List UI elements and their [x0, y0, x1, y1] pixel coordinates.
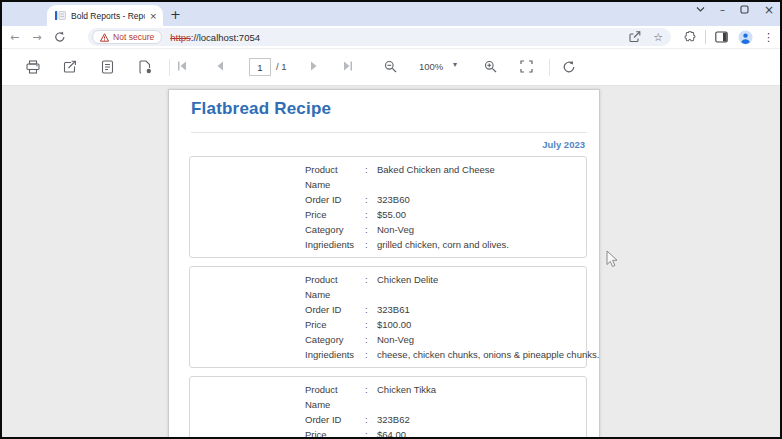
- window-close-icon[interactable]: ×: [764, 5, 774, 15]
- field-colon: :: [365, 192, 377, 207]
- next-page-button[interactable]: [309, 60, 319, 72]
- field-value: Non-Veg: [377, 332, 414, 347]
- field-value: $100.00: [377, 317, 411, 332]
- zoom-dropdown-caret-icon[interactable]: ▾: [453, 60, 457, 69]
- page-number-input[interactable]: 1: [249, 58, 271, 76]
- field-colon: :: [365, 302, 377, 317]
- report-page: Flatbread Recipe July 2023 Product Name:…: [168, 89, 600, 437]
- product-card: Product Name:Baked Chicken and Cheese Or…: [189, 156, 587, 258]
- address-bar[interactable]: Not secure https://localhost:7054 ☆: [88, 28, 671, 46]
- field-label: Product Name: [305, 382, 365, 412]
- window-controls: – ×: [696, 4, 774, 15]
- field-value: grilled chicken, corn and olives.: [377, 237, 509, 252]
- product-card: Product Name:Chicken Tikka Order ID:323B…: [189, 376, 587, 437]
- zoom-in-button[interactable]: [484, 60, 497, 73]
- field-label: Product Name: [305, 272, 365, 302]
- field-value: $55.00: [377, 207, 406, 222]
- mouse-cursor: [606, 250, 619, 268]
- field-value: 323B60: [377, 192, 410, 207]
- title-divider: [191, 132, 587, 133]
- site-security-chip[interactable]: Not secure: [92, 30, 162, 44]
- first-page-button[interactable]: [176, 60, 188, 72]
- extensions-icon[interactable]: [683, 31, 696, 44]
- report-canvas: Flatbread Recipe July 2023 Product Name:…: [2, 86, 780, 437]
- field-label: Price: [305, 207, 365, 222]
- field-label: Ingriedients: [305, 237, 365, 252]
- window-restore-icon[interactable]: [740, 5, 749, 14]
- bold-reports-favicon: [55, 10, 66, 21]
- field-label: Order ID: [305, 192, 365, 207]
- browser-window: Bold Reports - Report Viewer × + – × ← →: [0, 0, 782, 439]
- field-label: Ingriedients: [305, 347, 365, 362]
- field-colon: :: [365, 317, 377, 332]
- fit-to-page-button[interactable]: [520, 60, 533, 73]
- product-card: Product Name:Chicken Delite Order ID:323…: [189, 266, 587, 368]
- url-text: https://localhost:7054: [170, 32, 260, 43]
- field-value: 323B62: [377, 412, 410, 427]
- field-value: 323B61: [377, 302, 410, 317]
- field-label: Product Name: [305, 162, 365, 192]
- page-setup-button[interactable]: [138, 60, 152, 74]
- field-value: Baked Chicken and Cheese: [377, 162, 495, 192]
- url-protocol: https: [170, 32, 191, 43]
- zoom-out-button[interactable]: [384, 60, 397, 73]
- reload-icon[interactable]: [54, 31, 66, 43]
- forward-icon[interactable]: →: [32, 31, 41, 44]
- tab-title: Bold Reports - Report Viewer: [71, 11, 145, 21]
- field-value: Chicken Delite: [377, 272, 438, 302]
- browser-toolbar: ← → Not secure https://localhost:7054: [2, 26, 780, 49]
- page-total-label: / 1: [276, 61, 287, 72]
- field-label: Order ID: [305, 412, 365, 427]
- share-icon[interactable]: [629, 31, 641, 43]
- zoom-level-value[interactable]: 100%: [419, 61, 443, 72]
- menu-dots-icon[interactable]: ⋮: [763, 31, 774, 44]
- previous-page-button[interactable]: [215, 60, 225, 72]
- report-viewer-toolbar: 1 / 1 100% ▾: [2, 49, 780, 86]
- chrome-actions: ⋮: [683, 30, 780, 45]
- tab-close-icon[interactable]: ×: [149, 11, 157, 21]
- field-colon: :: [365, 427, 377, 437]
- field-value: Non-Veg: [377, 222, 414, 237]
- window-minimize-icon[interactable]: –: [720, 5, 725, 15]
- report-title: Flatbread Recipe: [191, 99, 599, 119]
- field-label: Price: [305, 427, 365, 437]
- side-panel-icon[interactable]: [715, 31, 728, 43]
- field-value: Chicken Tikka: [377, 382, 436, 412]
- field-value: $64.00: [377, 427, 406, 437]
- field-label: Category: [305, 222, 365, 237]
- field-colon: :: [365, 332, 377, 347]
- last-page-button[interactable]: [342, 60, 354, 72]
- field-colon: :: [365, 272, 377, 302]
- new-tab-button[interactable]: +: [170, 6, 181, 23]
- toolbar-separator: [705, 30, 706, 44]
- field-colon: :: [365, 237, 377, 252]
- browser-tab[interactable]: Bold Reports - Report Viewer ×: [47, 5, 163, 26]
- not-secure-label: Not secure: [113, 32, 154, 42]
- field-colon: :: [365, 382, 377, 412]
- toolbar-separator: [169, 59, 170, 76]
- field-colon: :: [365, 222, 377, 237]
- back-icon[interactable]: ←: [10, 31, 19, 44]
- field-colon: :: [365, 207, 377, 222]
- field-colon: :: [365, 412, 377, 427]
- field-label: Category: [305, 332, 365, 347]
- field-value: cheese, chicken chunks, onions & pineapp…: [377, 347, 599, 362]
- tab-strip: Bold Reports - Report Viewer × + – ×: [2, 2, 780, 26]
- field-label: Price: [305, 317, 365, 332]
- bookmark-star-icon[interactable]: ☆: [653, 32, 663, 43]
- field-label: Order ID: [305, 302, 365, 317]
- toolbar-separator: [549, 59, 550, 76]
- report-date: July 2023: [169, 139, 585, 150]
- export-button[interactable]: [63, 60, 77, 74]
- refresh-button[interactable]: [562, 60, 576, 74]
- window-chevron-icon[interactable]: [696, 7, 705, 12]
- profile-avatar[interactable]: [738, 30, 753, 45]
- warning-triangle-icon: [100, 33, 109, 42]
- field-colon: :: [365, 347, 377, 362]
- print-button[interactable]: [26, 60, 40, 74]
- url-address: ://localhost:7054: [191, 32, 260, 43]
- product-cards: Product Name:Baked Chicken and Cheese Or…: [189, 156, 587, 437]
- parameters-panel-button[interactable]: [101, 60, 114, 74]
- field-colon: :: [365, 162, 377, 192]
